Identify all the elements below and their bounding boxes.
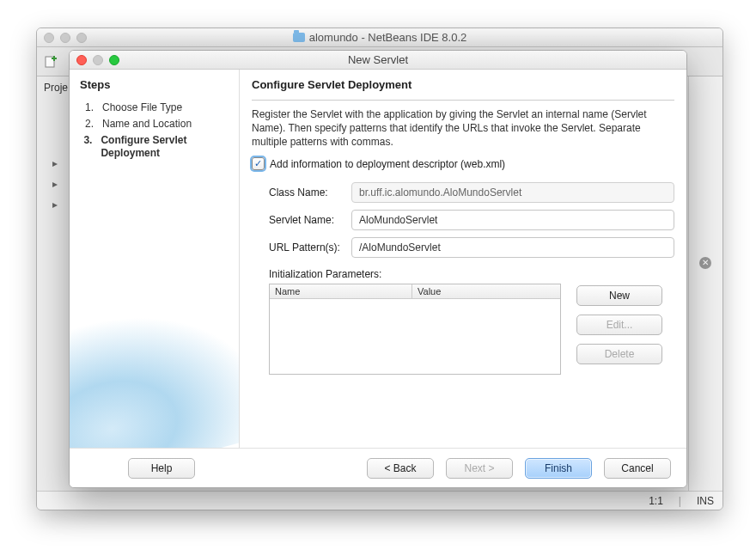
tree-arrows: ▸ ▸ ▸ bbox=[52, 157, 58, 211]
separator bbox=[252, 100, 674, 101]
right-gutter: ✕ bbox=[688, 76, 722, 491]
step-label: Configure Servlet Deployment bbox=[101, 134, 232, 160]
chevron-right-icon[interactable]: ▸ bbox=[52, 178, 58, 190]
dialog-title: New Servlet bbox=[348, 53, 408, 66]
content-heading: Configure Servlet Deployment bbox=[252, 76, 674, 96]
panel-decoration bbox=[70, 284, 240, 448]
servlet-name-row: Servlet Name: bbox=[252, 210, 674, 230]
init-params-table[interactable]: Name Value bbox=[269, 284, 561, 375]
new-servlet-dialog: New Servlet Steps 1. Choose File Type 2.… bbox=[69, 50, 687, 488]
step-item-current: 3. Configure Servlet Deployment bbox=[82, 132, 232, 162]
step-item: 2. Name and Location bbox=[82, 116, 232, 132]
class-name-label: Class Name: bbox=[252, 186, 351, 199]
close-icon[interactable] bbox=[44, 33, 54, 43]
edit-button: Edit... bbox=[576, 315, 662, 335]
new-button[interactable]: New bbox=[576, 285, 662, 306]
dialog-titlebar: New Servlet bbox=[70, 51, 686, 70]
cursor-position: 1:1 bbox=[649, 495, 663, 507]
checkbox-row[interactable]: ✓ Add information to deployment descript… bbox=[252, 157, 674, 170]
cancel-button[interactable]: Cancel bbox=[604, 458, 671, 479]
finish-button[interactable]: Finish bbox=[525, 458, 592, 479]
servlet-name-label: Servlet Name: bbox=[252, 214, 351, 226]
step-label: Name and Location bbox=[102, 118, 192, 131]
step-number: 3. bbox=[82, 134, 92, 160]
dialog-body: Steps 1. Choose File Type 2. Name and Lo… bbox=[70, 70, 686, 448]
checkbox-label: Add information to deployment descriptor… bbox=[270, 158, 505, 170]
steps-heading: Steps bbox=[70, 70, 239, 96]
url-pattern-row: URL Pattern(s): bbox=[252, 237, 674, 258]
statusbar: 1:1 | INS bbox=[37, 491, 722, 510]
step-number: 2. bbox=[82, 118, 94, 131]
col-header-value[interactable]: Value bbox=[412, 284, 560, 298]
servlet-name-field[interactable] bbox=[351, 210, 674, 230]
chevron-right-icon[interactable]: ▸ bbox=[52, 157, 58, 169]
main-traffic-lights bbox=[44, 33, 87, 43]
step-label: Choose File Type bbox=[102, 101, 182, 114]
folder-icon bbox=[293, 33, 305, 42]
insert-mode: INS bbox=[697, 495, 714, 507]
chevron-right-icon[interactable]: ▸ bbox=[52, 199, 58, 211]
minimize-icon bbox=[93, 55, 103, 65]
url-pattern-label: URL Pattern(s): bbox=[252, 241, 351, 254]
new-file-icon[interactable] bbox=[42, 53, 59, 70]
checkbox-checked-icon[interactable]: ✓ bbox=[252, 157, 265, 170]
class-name-field bbox=[351, 182, 674, 203]
help-button[interactable]: Help bbox=[128, 458, 195, 479]
table-header: Name Value bbox=[270, 284, 560, 299]
url-pattern-field[interactable] bbox=[351, 237, 674, 258]
content-panel: Configure Servlet Deployment Register th… bbox=[240, 70, 686, 448]
dialog-traffic-lights bbox=[76, 55, 119, 65]
delete-button: Delete bbox=[576, 344, 662, 364]
close-icon[interactable] bbox=[76, 55, 87, 65]
init-params-label: Initialization Parameters: bbox=[252, 268, 674, 280]
projects-tab-label[interactable]: Proje bbox=[44, 82, 68, 94]
step-number: 1. bbox=[82, 101, 94, 114]
steps-panel: Steps 1. Choose File Type 2. Name and Lo… bbox=[70, 70, 240, 448]
separator: | bbox=[679, 495, 681, 507]
dialog-footer: Help < Back Next > Finish Cancel bbox=[70, 448, 686, 487]
col-header-name[interactable]: Name bbox=[270, 284, 412, 298]
init-params-area: Name Value New Edit... Delete bbox=[252, 284, 674, 375]
params-buttons: New Edit... Delete bbox=[576, 284, 662, 375]
close-icon[interactable]: ✕ bbox=[699, 257, 711, 269]
minimize-icon[interactable] bbox=[60, 33, 70, 43]
main-titlebar: alomundo - NetBeans IDE 8.0.2 bbox=[37, 28, 722, 47]
zoom-icon[interactable] bbox=[76, 33, 87, 43]
steps-list: 1. Choose File Type 2. Name and Location… bbox=[70, 96, 239, 162]
class-name-row: Class Name: bbox=[252, 182, 674, 203]
description-text: Register the Servlet with the applicatio… bbox=[252, 107, 674, 149]
main-title: alomundo - NetBeans IDE 8.0.2 bbox=[309, 31, 467, 44]
next-button: Next > bbox=[446, 458, 513, 479]
zoom-icon[interactable] bbox=[109, 55, 119, 65]
back-button[interactable]: < Back bbox=[367, 458, 434, 479]
step-item: 1. Choose File Type bbox=[82, 100, 232, 116]
